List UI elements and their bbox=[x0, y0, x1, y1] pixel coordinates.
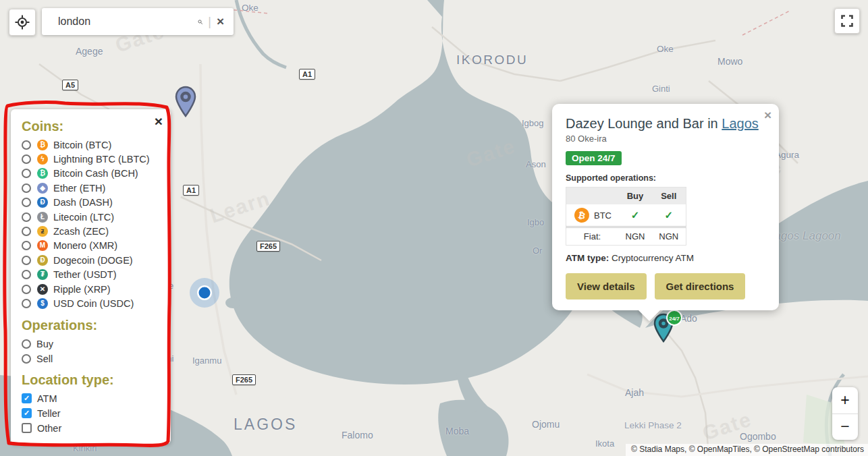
operation-option[interactable]: Buy bbox=[22, 337, 161, 351]
coin-label: Ether (ETH) bbox=[53, 183, 105, 194]
coin-option[interactable]: ÐDogecoin (DOGE) bbox=[22, 253, 161, 267]
operation-label: Buy bbox=[36, 339, 53, 349]
filter-panel: × Coins: ₿Bitcoin (BTC)ϟLightning BTC (L… bbox=[11, 109, 171, 444]
city-link[interactable]: Lagos bbox=[722, 116, 759, 131]
coin-option[interactable]: ₿Bitcoin (BTC) bbox=[22, 138, 161, 152]
popup-close-icon[interactable]: × bbox=[764, 108, 771, 123]
map-pin-blue[interactable] bbox=[173, 85, 200, 119]
radio-button[interactable] bbox=[22, 339, 31, 349]
location-type-option[interactable]: Other bbox=[22, 421, 161, 436]
location-type-list: ✓ATM✓TellerOther bbox=[22, 391, 161, 436]
geolocate-button[interactable] bbox=[9, 9, 36, 36]
coin-row: ₿BTC ✓ ✓ bbox=[566, 204, 686, 227]
coin-label: Ripple (XRP) bbox=[53, 284, 111, 295]
radio-button[interactable] bbox=[22, 154, 31, 164]
location-type-label: Other bbox=[37, 423, 61, 434]
coin-option[interactable]: ÐDash (DASH) bbox=[22, 196, 161, 210]
search-bar: | × bbox=[42, 8, 234, 35]
buy-header: Buy bbox=[618, 188, 652, 205]
map-attribution[interactable]: © Stadia Maps, © OpenMapTiles, © OpenStr… bbox=[626, 444, 868, 456]
coin-icon: ϟ bbox=[37, 154, 48, 165]
coin-option[interactable]: ₮Tether (USDT) bbox=[22, 268, 161, 282]
radio-button[interactable] bbox=[22, 198, 31, 207]
coin-option[interactable]: MMonero (XMR) bbox=[22, 239, 161, 253]
coin-icon: M bbox=[37, 240, 48, 251]
coin-option[interactable]: ƶZcash (ZEC) bbox=[22, 224, 161, 238]
coin-option[interactable]: ŁLitecoin (LTC) bbox=[22, 210, 161, 224]
atm-type-value: Cryptocurrency ATM bbox=[609, 253, 694, 263]
get-directions-button[interactable]: Get directions bbox=[655, 273, 746, 300]
zoom-out-button[interactable]: − bbox=[832, 414, 858, 440]
coin-option[interactable]: ◆Ether (ETH) bbox=[22, 181, 161, 195]
coin-icon: Ł bbox=[37, 212, 48, 223]
checkbox[interactable]: ✓ bbox=[22, 393, 32, 403]
buy-check-icon: ✓ bbox=[631, 209, 640, 221]
radio-button[interactable] bbox=[22, 183, 31, 193]
coin-icon: $ bbox=[37, 298, 48, 309]
location-type-heading: Location type: bbox=[22, 372, 161, 388]
zoom-in-button[interactable]: + bbox=[832, 387, 858, 414]
coin-label: USD Coin (USDC) bbox=[53, 298, 134, 309]
open-badge: Open 24/7 bbox=[566, 151, 622, 165]
fiat-sell-value: NGN bbox=[652, 227, 686, 246]
coin-icon: Ð bbox=[37, 197, 48, 208]
coins-heading: Coins: bbox=[22, 119, 161, 134]
checkbox[interactable] bbox=[22, 423, 32, 433]
location-type-option[interactable]: ✓ATM bbox=[22, 391, 161, 406]
coin-option[interactable]: ϟLightning BTC (LBTC) bbox=[22, 152, 161, 166]
radio-button[interactable] bbox=[22, 270, 31, 279]
fiat-row: Fiat: NGN NGN bbox=[566, 227, 686, 246]
fullscreen-icon bbox=[841, 15, 853, 27]
search-clear-icon[interactable]: × bbox=[217, 14, 224, 29]
location-type-label: Teller bbox=[37, 408, 61, 419]
fiat-label: Fiat: bbox=[566, 227, 619, 246]
operations-table: Buy Sell ₿BTC ✓ ✓ Fiat: NGN NGN bbox=[566, 187, 686, 246]
checkbox[interactable]: ✓ bbox=[22, 408, 32, 418]
operation-label: Sell bbox=[36, 353, 53, 364]
radio-button[interactable] bbox=[22, 241, 31, 250]
operations-list: BuySell bbox=[22, 337, 161, 366]
fiat-buy-value: NGN bbox=[618, 227, 652, 246]
coin-icon: ₮ bbox=[37, 269, 48, 280]
radio-button[interactable] bbox=[22, 256, 31, 265]
coin-label: Tether (USDT) bbox=[53, 269, 116, 280]
coin-label: Lightning BTC (LBTC) bbox=[53, 154, 150, 165]
zoom-control: + − bbox=[832, 387, 858, 440]
view-details-button[interactable]: View details bbox=[566, 273, 647, 300]
radio-button[interactable] bbox=[22, 212, 31, 222]
fullscreen-button[interactable] bbox=[834, 8, 860, 34]
coin-list: ₿Bitcoin (BTC)ϟLightning BTC (LBTC)₿Bitc… bbox=[22, 138, 161, 311]
coin-option[interactable]: ₿Bitcoin Cash (BCH) bbox=[22, 167, 161, 181]
search-icon[interactable] bbox=[198, 16, 202, 28]
coin-label: Bitcoin Cash (BCH) bbox=[53, 168, 138, 179]
atm-type-line: ATM type: Cryptocurrency ATM bbox=[566, 253, 765, 263]
radio-button[interactable] bbox=[22, 285, 31, 294]
radio-button[interactable] bbox=[22, 227, 31, 236]
coin-option[interactable]: ✕Ripple (XRP) bbox=[22, 282, 161, 296]
search-input[interactable] bbox=[42, 8, 198, 35]
radio-button[interactable] bbox=[22, 140, 31, 150]
sell-check-icon: ✓ bbox=[664, 209, 673, 221]
open-24-7-marker-badge: 24/7 bbox=[669, 316, 680, 322]
operations-heading: Operations: bbox=[22, 318, 161, 333]
coin-symbol: BTC bbox=[594, 210, 612, 221]
coin-option[interactable]: $USD Coin (USDC) bbox=[22, 296, 161, 310]
sell-header: Sell bbox=[652, 188, 686, 205]
coin-label: Monero (XMR) bbox=[53, 240, 117, 251]
coin-icon: ◆ bbox=[37, 183, 48, 194]
radio-button[interactable] bbox=[22, 169, 31, 178]
radio-button[interactable] bbox=[22, 354, 31, 364]
map-pin-teal-selected[interactable]: 24/7 bbox=[652, 309, 683, 348]
location-popup: × Dazey Lounge and Bar in Lagos 80 Oke-i… bbox=[552, 104, 779, 310]
current-location-dot bbox=[188, 277, 221, 309]
radio-button[interactable] bbox=[22, 299, 31, 308]
coin-icon: ₿ bbox=[37, 140, 48, 150]
geolocate-icon bbox=[15, 15, 30, 30]
search-divider: | bbox=[208, 15, 211, 29]
filter-panel-close-icon[interactable]: × bbox=[155, 115, 163, 128]
operation-option[interactable]: Sell bbox=[22, 351, 161, 366]
location-type-option[interactable]: ✓Teller bbox=[22, 406, 161, 421]
coin-icon: ƶ bbox=[37, 226, 48, 237]
table-header-row: Buy Sell bbox=[566, 188, 686, 205]
bitcoin-icon: ₿ bbox=[573, 206, 591, 224]
